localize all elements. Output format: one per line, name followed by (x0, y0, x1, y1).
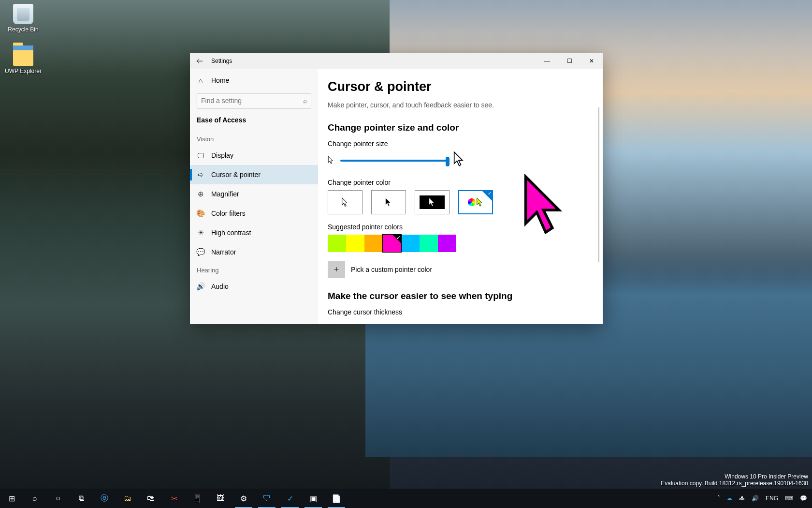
nav-item-high-contrast[interactable]: ☀ High contrast (190, 223, 318, 242)
taskbar-search-button[interactable]: ⌕ (23, 489, 46, 508)
nav-item-audio[interactable]: 🔊 Audio (190, 277, 318, 296)
contrast-icon: ☀ (197, 229, 204, 237)
close-button[interactable]: ✕ (580, 53, 603, 69)
cortana-button[interactable]: ○ (46, 489, 70, 508)
magnifier-icon: ⊕ (197, 190, 204, 198)
label-cursor-thickness: Change cursor thickness (328, 308, 603, 316)
tray-lang[interactable]: ENG (766, 495, 778, 502)
home-label: Home (211, 76, 229, 84)
start-button[interactable]: ⊞ (0, 489, 23, 508)
desktop-icon-uwp-explorer[interactable]: UWP Explorer (4, 45, 43, 75)
taskbar-photos[interactable]: 🖼 (209, 489, 232, 508)
home-icon: ⌂ (197, 76, 204, 84)
taskbar-your-phone[interactable]: 📱 (186, 489, 209, 508)
nav-item-magnifier[interactable]: ⊕ Magnifier (190, 184, 318, 204)
nav-item-color-filters[interactable]: 🎨 Color filters (190, 204, 318, 223)
taskbar: ⊞ ⌕ ○ ⧉ ⓔ 🗂 🛍 ✂ 📱 🖼 ⚙ 🛡 ✓ ▣ 📄 ˆ ☁ 🖧 🔊 EN… (0, 489, 812, 508)
watermark-line2: Evaluation copy. Build 18312.rs_prerelea… (661, 480, 808, 487)
content-scrollbar[interactable] (598, 107, 599, 262)
slider-thumb[interactable] (446, 157, 450, 166)
nav-item-label: Narrator (211, 248, 236, 256)
tray-onedrive-icon[interactable]: ☁ (726, 495, 732, 502)
section-header-size-color: Change pointer size and color (328, 122, 603, 133)
monitor-icon: 🖵 (197, 151, 204, 159)
settings-sidebar: ⌂ Home ⌕ Ease of Access Vision 🖵 Display… (190, 69, 318, 324)
nav-group-vision: Vision (190, 131, 318, 146)
minimize-button[interactable]: — (536, 53, 558, 69)
taskbar-security[interactable]: 🛡 (255, 489, 278, 508)
pick-custom-color-button[interactable]: + Pick a custom pointer color (328, 261, 603, 278)
desktop-icon-label: UWP Explorer (4, 68, 43, 75)
taskbar-settings[interactable]: ⚙ (232, 489, 255, 508)
nav-item-label: High contrast (211, 229, 251, 237)
taskbar-snip[interactable]: ✂ (162, 489, 186, 508)
back-button[interactable]: 🡠 (190, 57, 209, 65)
swatch-cyan[interactable] (401, 235, 420, 252)
cursor-glyph-black (385, 197, 392, 207)
plus-icon: + (328, 261, 345, 278)
check-icon: ✓ (396, 235, 401, 241)
inverted-bg (420, 195, 445, 209)
windows-watermark: Windows 10 Pro Insider Preview Evaluatio… (661, 473, 808, 487)
file-explorer-icon (13, 45, 33, 66)
taskbar-edge[interactable]: ⓔ (93, 489, 116, 508)
desktop-icon-recycle-bin[interactable]: Recycle Bin (4, 4, 43, 33)
small-cursor-icon (328, 156, 334, 166)
nav-group-hearing: Hearing (190, 262, 318, 277)
titlebar[interactable]: 🡠 Settings — ☐ ✕ (190, 53, 603, 69)
section-header-cursor: Make the cursor easier to see when typin… (328, 291, 603, 301)
nav-item-label: Display (211, 151, 233, 159)
cursor-glyph-white (342, 197, 348, 207)
swatch-orange[interactable] (364, 235, 383, 252)
pointer-color-inverted[interactable] (415, 190, 450, 214)
tray-chevron-icon[interactable]: ˆ (718, 495, 720, 502)
settings-category: Ease of Access (190, 113, 318, 131)
tray-network-icon[interactable]: 🖧 (739, 495, 745, 502)
page-subtitle: Make pointer, cursor, and touch feedback… (328, 101, 603, 109)
nav-item-label: Cursor & pointer (211, 171, 261, 179)
pick-custom-color-label: Pick a custom pointer color (351, 266, 432, 273)
nav-item-label: Audio (211, 283, 229, 290)
watermark-line1: Windows 10 Pro Insider Preview (661, 473, 808, 480)
task-view-button[interactable]: ⧉ (70, 489, 93, 508)
palette-icon: 🎨 (197, 209, 204, 217)
color-wheel-icon (468, 198, 476, 206)
page-title: Cursor & pointer (328, 79, 603, 94)
nav-item-narrator[interactable]: 💬 Narrator (190, 242, 318, 262)
swatch-magenta[interactable]: ✓ (383, 235, 401, 252)
nav-item-cursor-pointer[interactable]: ➪ Cursor & pointer (190, 165, 318, 184)
pointer-preview-icon (523, 174, 568, 237)
swatch-yellow[interactable] (346, 235, 364, 252)
check-icon: ✓ (488, 191, 492, 196)
narrator-icon: 💬 (197, 248, 204, 256)
nav-item-label: Color filters (211, 209, 246, 217)
search-input[interactable]: ⌕ (197, 93, 311, 108)
recycle-bin-icon (13, 4, 33, 24)
pointer-color-black[interactable] (371, 190, 406, 214)
cursor-glyph-colored (477, 197, 483, 207)
taskbar-todo[interactable]: ✓ (278, 489, 302, 508)
nav-item-display[interactable]: 🖵 Display (190, 146, 318, 165)
taskbar-file-explorer[interactable]: 🗂 (116, 489, 139, 508)
taskbar-store[interactable]: 🛍 (139, 489, 162, 508)
swatch-lime[interactable] (328, 235, 346, 252)
tray-volume-icon[interactable]: 🔊 (752, 495, 759, 502)
swatch-purple[interactable] (438, 235, 456, 252)
taskbar-app1[interactable]: ▣ (302, 489, 325, 508)
pointer-size-slider[interactable] (340, 160, 448, 162)
tray-keyboard-icon[interactable]: ⌨ (785, 495, 793, 502)
settings-window: 🡠 Settings — ☐ ✕ ⌂ Home ⌕ Ease of Access… (190, 53, 603, 324)
speaker-icon: 🔊 (197, 283, 204, 290)
swatch-teal[interactable] (420, 235, 438, 252)
maximize-button[interactable]: ☐ (558, 53, 580, 69)
taskbar-notepad[interactable]: 📄 (325, 489, 348, 508)
desktop-icon-label: Recycle Bin (4, 26, 43, 33)
settings-content: Cursor & pointer Make pointer, cursor, a… (318, 69, 603, 324)
pointer-color-custom[interactable]: ✓ (458, 190, 493, 214)
search-field[interactable] (201, 97, 303, 105)
tray-action-center-icon[interactable]: 💬 (800, 495, 807, 502)
pointer-color-white[interactable] (328, 190, 362, 214)
home-button[interactable]: ⌂ Home (190, 71, 318, 90)
cursor-glyph-inverted (429, 197, 435, 207)
window-title: Settings (211, 58, 232, 64)
